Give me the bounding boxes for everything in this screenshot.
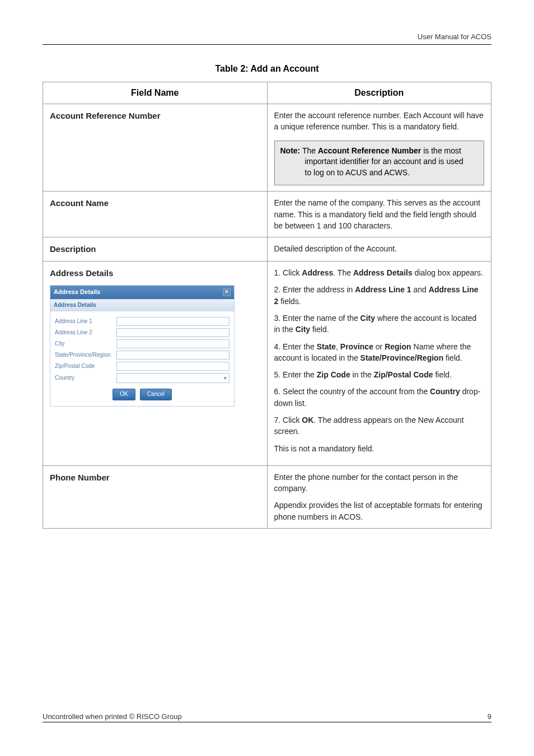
address-step-7: 7. Click OK. The address appears on the … [274,414,485,437]
table-row: Account Reference Number Enter the accou… [43,104,491,192]
desc-account-reference-number: Enter the account reference number. Each… [274,110,485,133]
table-row: Description Detailed description of the … [43,237,491,262]
label-address-details: Address Details [50,268,113,278]
label-country: Country [55,374,116,382]
address-step-2: 2. Enter the address in Address Line 1 a… [274,284,485,307]
address-step-8: This is not a mandatory field. [274,443,485,454]
phone-desc-2: Appendix provides the list of acceptable… [274,500,485,522]
dialog-subhead: Address Details [50,299,234,312]
address-details-dialog: Address Details ✕ Address Details Addres… [50,285,235,407]
label-account-reference-number: Account Reference Number [50,111,161,120]
note-box: Note: The Account Reference Number is th… [274,141,485,186]
input-zip-postal-code[interactable] [116,362,229,371]
close-icon[interactable]: ✕ [223,288,231,296]
label-address-line-1: Address Line 1 [55,318,116,326]
label-city: City [55,340,116,348]
dialog-title: Address Details [54,288,100,297]
fields-table: Field Name Description Account Reference… [43,82,491,529]
footer-page-number: 9 [488,712,491,721]
input-address-line-1[interactable] [116,317,229,326]
label-description: Description [50,244,96,254]
note-body: important identifier for an account and … [280,156,479,178]
cancel-button[interactable]: Cancel [140,389,172,400]
label-state-province-region: State/Province/Region [55,351,116,360]
desc-description: Detailed description of the Account. [267,237,491,262]
desc-account-name: Enter the name of the company. This serv… [267,192,491,237]
table-row: Phone Number Enter the phone number for … [43,465,491,528]
input-state-province-region[interactable] [116,351,229,360]
label-zip-postal-code: Zip/Postal Code [55,362,116,371]
header-right-text: User Manual for ACOS [43,32,491,45]
table-row: Address Details Address Details ✕ Addres… [43,262,491,466]
phone-desc-1: Enter the phone number for the contact p… [274,472,485,494]
table-title: Table 2: Add an Account [43,64,491,74]
label-account-name: Account Name [50,198,109,208]
address-step-4: 4. Enter the State, Province or Region N… [274,341,485,364]
input-city[interactable] [116,339,229,348]
col-description: Description [267,82,491,104]
label-phone-number: Phone Number [50,473,110,482]
col-field-name: Field Name [43,82,268,104]
label-address-line-2: Address Line 2 [55,329,116,337]
ok-button[interactable]: OK [113,389,135,400]
table-row: Account Name Enter the name of the compa… [43,192,491,237]
address-step-1: 1. Click Address. The Address Details di… [274,267,485,278]
address-step-6: 6. Select the country of the account fro… [274,386,485,409]
footer-left: Uncontrolled when printed © RISCO Group [43,712,182,721]
address-step-5: 5. Enter the Zip Code in the Zip/Postal … [274,369,485,380]
input-address-line-2[interactable] [116,328,229,337]
select-country[interactable]: ▾ [116,373,229,383]
note-prefix: Note: [280,146,301,155]
address-step-3: 3. Enter the name of the City where the … [274,312,485,335]
